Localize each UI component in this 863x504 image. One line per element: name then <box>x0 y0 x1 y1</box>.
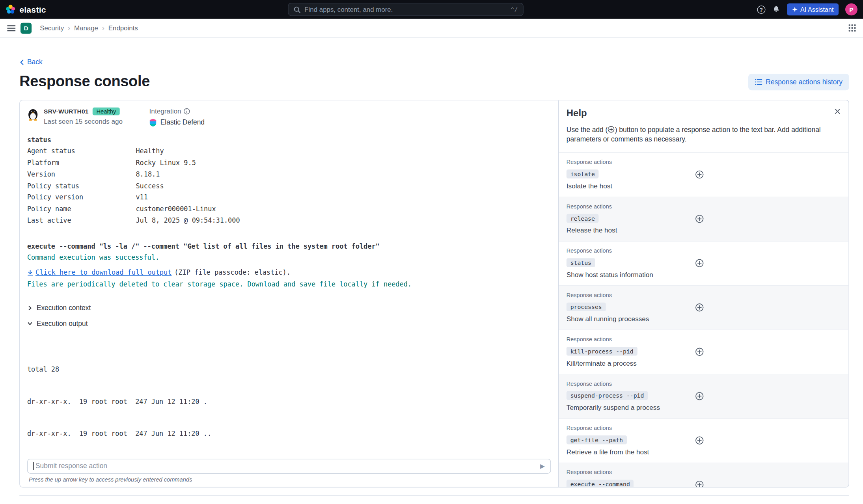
info-icon[interactable] <box>183 108 190 114</box>
execution-context-accordion[interactable]: Execution context <box>27 303 551 313</box>
host-last-seen: Last seen 15 seconds ago <box>44 117 123 125</box>
plus-in-circle-icon <box>695 259 704 268</box>
page-title: Response console <box>19 73 150 90</box>
output-line: dr-xr-xr-x. 19 root root 247 Jun 12 11:2… <box>27 430 551 438</box>
back-link[interactable]: Back <box>19 58 42 66</box>
response-action-card: Response actions processes Show all runn… <box>559 286 848 330</box>
integration-name: Elastic Defend <box>160 119 205 126</box>
action-command-badge: isolate <box>567 170 599 179</box>
breadcrumb-bar: D Security › Manage › Endpoints <box>0 19 863 38</box>
host-name: SRV-WURTH01 <box>44 108 89 114</box>
file-retention-note: Files are periodically deleted to clear … <box>27 279 551 290</box>
logo-wordmark: elastic <box>19 5 46 14</box>
command-result-message: Command execution was successful. <box>27 252 551 264</box>
add-action-button[interactable] <box>695 259 704 268</box>
add-action-button[interactable] <box>695 303 704 312</box>
status-command-title: status <box>27 134 551 146</box>
action-group-label: Response actions <box>567 204 687 210</box>
add-action-button[interactable] <box>695 215 704 223</box>
project-badge[interactable]: D <box>21 22 32 33</box>
action-group-label: Response actions <box>567 381 687 387</box>
elastic-logo[interactable]: elastic <box>6 4 46 14</box>
status-row: Last active Jul 8, 2025 @ 09:54:31.000 <box>27 215 551 226</box>
add-action-button[interactable] <box>695 170 704 179</box>
status-row-label: Platform <box>27 157 136 169</box>
action-group-label: Response actions <box>567 159 687 165</box>
help-intro-text: Use the add () button to populate a resp… <box>559 123 848 153</box>
action-group-label: Response actions <box>567 425 687 431</box>
status-row-label: Policy name <box>27 203 136 215</box>
elastic-logo-icon <box>6 4 15 14</box>
breadcrumb-security[interactable]: Security <box>40 24 64 32</box>
status-row-label: Version <box>27 169 136 180</box>
global-search-input[interactable]: Find apps, content, and more. ^/ <box>288 3 524 16</box>
page-bottom-divider <box>19 495 849 495</box>
action-description: Release the host <box>567 227 687 235</box>
execution-output-accordion[interactable]: Execution output <box>27 319 551 328</box>
menu-button[interactable] <box>7 25 15 32</box>
status-row: Agent status Healthy <box>27 146 551 157</box>
sparkle-icon <box>792 7 798 12</box>
response-action-card: Response actions kill-process --pid Kill… <box>559 331 848 375</box>
status-row-label: Policy version <box>27 192 136 203</box>
status-row-value: Rocky Linux 9.5 <box>136 157 196 169</box>
help-close-button[interactable] <box>834 108 841 114</box>
add-action-button[interactable] <box>695 392 704 401</box>
action-command-badge: kill-process --pid <box>567 347 637 356</box>
download-passcode-note: (ZIP file passcode: elastic). <box>174 267 291 279</box>
search-placeholder: Find apps, content, and more. <box>304 6 507 13</box>
response-actions-history-button[interactable]: Response actions history <box>748 73 849 90</box>
console-header: SRV-WURTH01 Healthy Last seen 15 seconds… <box>20 100 558 130</box>
header-actions: ? AI Assistant P <box>757 3 857 15</box>
status-row-value: Healthy <box>136 146 164 157</box>
output-line: dr-xr-xr-x. 19 root root 247 Jun 12 11:2… <box>27 398 551 405</box>
chevron-right-icon <box>27 305 33 311</box>
status-row-label: Policy status <box>27 180 136 192</box>
elastic-defend-icon <box>149 118 157 126</box>
plus-in-circle-icon <box>695 348 704 356</box>
host-health-badge: Healthy <box>93 107 120 115</box>
breadcrumb-manage[interactable]: Manage <box>74 24 98 32</box>
breadcrumb: Security › Manage › Endpoints <box>40 24 138 32</box>
plus-in-circle-icon <box>695 170 704 179</box>
search-shortcut-hint: ^/ <box>511 6 518 13</box>
help-icon: ? <box>757 5 765 13</box>
output-line: total 28 <box>27 365 551 373</box>
ai-assistant-button[interactable]: AI Assistant <box>787 3 839 15</box>
submit-icon[interactable]: ▶ <box>540 463 545 469</box>
plus-in-circle-icon <box>695 481 704 487</box>
integration-label: Integration <box>149 107 181 115</box>
action-group-label: Response actions <box>567 337 687 342</box>
action-description: Show host status information <box>567 271 687 279</box>
status-row-label: Last active <box>27 215 136 226</box>
apps-grid-button[interactable] <box>848 24 856 32</box>
plus-in-circle-icon <box>608 125 615 132</box>
plus-in-circle-icon <box>695 392 704 401</box>
response-action-input[interactable]: Submit response action ▶ <box>27 458 551 473</box>
notifications-button[interactable] <box>772 5 780 13</box>
user-avatar[interactable]: P <box>845 3 857 15</box>
execution-output-listing: total 28 dr-xr-xr-x. 19 root root 247 Ju… <box>27 333 551 455</box>
action-command-badge: suspend-process --pid <box>567 391 648 400</box>
hamburger-icon <box>7 25 15 32</box>
command-block: execute --command "ls -la /" --comment "… <box>27 241 551 290</box>
add-action-button[interactable] <box>695 348 704 356</box>
app-root: elastic Find apps, content, and more. ^/… <box>0 0 863 504</box>
page-content: Back Response console Response actions h… <box>0 38 863 496</box>
response-action-card: Response actions execute --command Execu… <box>559 463 848 487</box>
action-description: Show all running processes <box>567 316 687 324</box>
action-group-label: Response actions <box>567 292 687 298</box>
action-command-badge: get-file --path <box>567 436 627 444</box>
plus-in-circle-icon <box>695 436 704 445</box>
download-output-link[interactable]: Click here to download full output <box>27 267 171 279</box>
response-action-card: Response actions status Show host status… <box>559 242 848 286</box>
help-button[interactable]: ? <box>757 5 765 13</box>
chevron-left-icon <box>19 59 24 65</box>
add-action-button[interactable] <box>695 436 704 445</box>
breadcrumb-separator-icon: › <box>68 24 70 32</box>
status-row: Policy status Success <box>27 180 551 192</box>
chevron-down-icon <box>27 321 33 326</box>
status-row: Policy version v11 <box>27 192 551 203</box>
plus-in-circle-icon <box>695 215 704 223</box>
add-action-button[interactable] <box>695 481 704 487</box>
